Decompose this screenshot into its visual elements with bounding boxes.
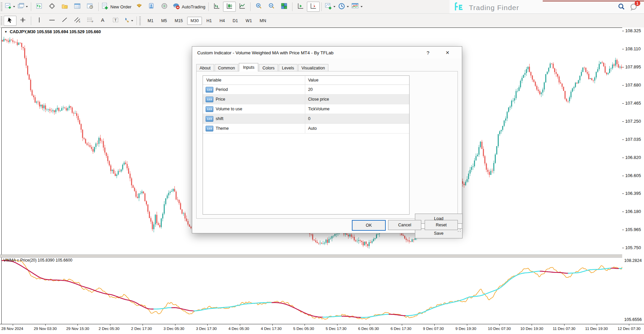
timeframe-h1[interactable]: H1	[203, 17, 215, 25]
chevron-down-icon	[333, 6, 335, 7]
time-axis-label: 29 Nov 15:30	[66, 327, 89, 331]
timeframe-m1[interactable]: M1	[144, 17, 157, 25]
price-axis-tick	[622, 31, 624, 31]
horizontal-line-icon	[49, 17, 55, 24]
pane-splitter[interactable]	[0, 255, 644, 258]
market-watch-button[interactable]	[33, 2, 46, 12]
param-value[interactable]: Auto	[308, 126, 317, 131]
cursor-button[interactable]	[4, 16, 16, 26]
new-chart-button[interactable]	[4, 2, 16, 12]
text-label-button[interactable]: T	[109, 16, 122, 26]
timeframe-m30[interactable]: M30	[187, 17, 202, 25]
param-row-shift[interactable]: 123shift0	[203, 114, 409, 124]
timeframe-d1[interactable]: D1	[229, 17, 241, 25]
zoom-out-button[interactable]	[265, 2, 278, 12]
data-window-button[interactable]	[46, 2, 58, 12]
text-button[interactable]: A	[97, 16, 109, 26]
metaeditor-button[interactable]	[133, 2, 146, 12]
param-value[interactable]: TickVolume	[308, 107, 329, 111]
symbol-ohlc: CADJPY,M30 105.558 105.694 105.529 105.6…	[10, 30, 101, 34]
vertical-line-button[interactable]	[33, 16, 46, 26]
horizontal-line-button[interactable]	[46, 16, 58, 26]
community-button[interactable]	[146, 2, 158, 12]
time-axis-tick	[272, 324, 273, 326]
cancel-button[interactable]: Cancel	[388, 220, 421, 230]
param-value[interactable]: 0	[308, 116, 310, 121]
toolbar-grip[interactable]	[1, 2, 2, 11]
cursor-icon	[7, 17, 13, 24]
signals-icon	[161, 3, 168, 11]
param-row-price[interactable]: 123PriceClose price	[203, 95, 409, 104]
tile-windows-button[interactable]	[278, 2, 290, 12]
templates-button[interactable]	[350, 2, 364, 12]
tab-about[interactable]: About	[196, 64, 214, 71]
param-value[interactable]: 20	[308, 87, 313, 92]
price-axis-label: 106.605	[625, 173, 641, 178]
chart-shift-icon	[310, 3, 317, 11]
strategy-tester-button[interactable]	[84, 2, 97, 12]
price-axis-tick	[622, 121, 624, 122]
time-axis-tick	[207, 324, 208, 326]
toolbar-grip[interactable]	[1, 16, 2, 25]
param-name: Period	[216, 87, 228, 92]
timeframe-w1[interactable]: W1	[242, 17, 255, 25]
indicators-button[interactable]	[323, 2, 337, 12]
zoom-in-button[interactable]	[252, 2, 265, 12]
resize-grip[interactable]	[458, 229, 461, 232]
param-row-theme[interactable]: 123ThemeAuto	[203, 124, 409, 133]
signals-button[interactable]	[158, 2, 171, 12]
indicator-dialog: Custom Indicator - Volume Weighted MA wi…	[192, 46, 462, 233]
trendline-button[interactable]	[58, 16, 71, 26]
chart-shift-button[interactable]	[307, 2, 320, 12]
notifications-button[interactable]: 1	[630, 3, 638, 12]
bar-chart-button[interactable]	[210, 2, 223, 12]
crosshair-icon	[20, 17, 26, 24]
autotrading-button[interactable]: AutoTrading	[171, 2, 207, 12]
timeframe-m5[interactable]: M5	[158, 17, 170, 25]
close-icon[interactable]: ✕	[443, 48, 452, 57]
dialog-titlebar[interactable]: Custom Indicator - Volume Weighted MA wi…	[192, 47, 462, 59]
param-row-period[interactable]: 123Period20	[203, 85, 409, 95]
crosshair-button[interactable]	[16, 16, 29, 26]
timeframe-h4[interactable]: H4	[216, 17, 228, 25]
periods-button[interactable]	[337, 2, 350, 12]
chevron-down-icon	[131, 20, 133, 21]
terminal-icon	[74, 3, 81, 11]
equidistant-channel-button[interactable]: E	[71, 16, 84, 26]
zoom-in-icon	[255, 3, 262, 11]
profiles-button[interactable]	[16, 2, 29, 12]
fibonacci-button[interactable]: F	[84, 16, 97, 26]
price-axis[interactable]: 108.325108.110107.895107.680107.465107.2…	[622, 27, 644, 324]
tab-visualization[interactable]: Visualization	[298, 64, 328, 71]
param-value[interactable]: Close price	[308, 97, 329, 102]
drawing-toolbar: E F A T M1M5M15M30H1H4D1W1MN	[0, 14, 644, 28]
tab-inputs[interactable]: Inputs	[239, 63, 258, 71]
indicator-chart[interactable]	[2, 257, 622, 324]
time-axis-tick	[337, 324, 337, 326]
toolbar-grip[interactable]	[139, 16, 141, 25]
help-button[interactable]: ?	[424, 48, 432, 57]
search-icon[interactable]	[618, 3, 625, 12]
auto-scroll-button[interactable]	[294, 2, 307, 12]
tab-levels[interactable]: Levels	[279, 64, 298, 71]
time-axis[interactable]: 28 Nov 202429 Nov 03:3029 Nov 15:302 Dec…	[0, 324, 644, 334]
param-row-volume-to-use[interactable]: 123Volume to useTickVolume	[203, 104, 409, 114]
reset-button[interactable]: Reset	[425, 220, 458, 230]
price-axis-tick	[622, 212, 624, 212]
terminal-button[interactable]	[71, 2, 84, 12]
time-axis-label: 9 Dec 19:30	[455, 327, 476, 331]
price-axis-label: 107.895	[625, 64, 641, 69]
line-chart-button[interactable]	[236, 2, 249, 12]
timeframe-m15[interactable]: M15	[171, 17, 186, 25]
time-axis-label: 11 Dec 19:30	[585, 327, 608, 331]
timeframe-mn[interactable]: MN	[256, 17, 269, 25]
time-axis-tick	[370, 324, 370, 326]
tab-common[interactable]: Common	[215, 64, 238, 71]
navigator-button[interactable]	[58, 2, 71, 12]
arrows-button[interactable]	[122, 16, 135, 26]
auto-scroll-icon	[297, 3, 304, 11]
ok-button[interactable]: OK	[352, 220, 386, 231]
new-order-button[interactable]: New Order	[100, 2, 133, 12]
tab-colors[interactable]: Colors	[259, 64, 278, 71]
candlestick-chart-button[interactable]	[223, 2, 236, 12]
